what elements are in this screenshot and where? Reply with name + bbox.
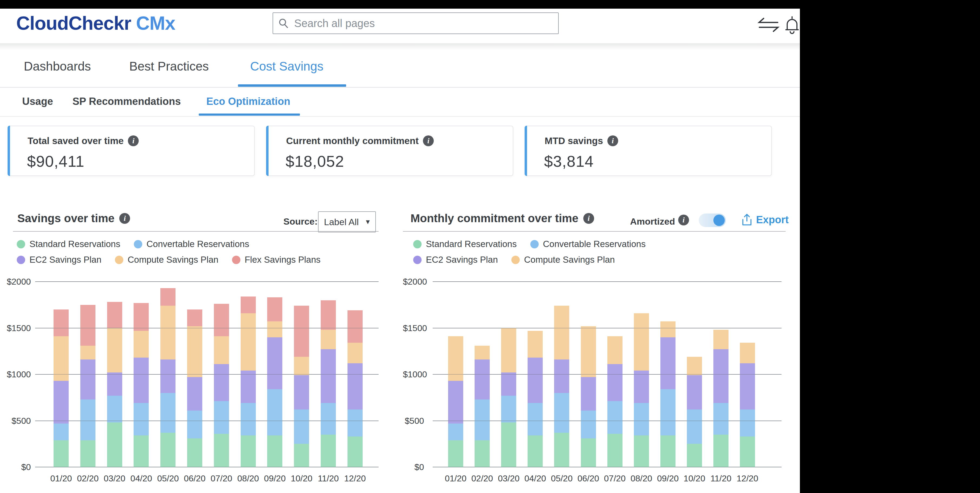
x-axis-tick-label: 09/20 — [653, 474, 683, 483]
bar-segment — [474, 440, 490, 467]
bar-segment — [501, 328, 516, 373]
x-axis-tick-label: 10/20 — [286, 474, 317, 483]
gridline-overlay — [433, 328, 781, 328]
bar-segment — [294, 375, 309, 409]
source-dropdown[interactable]: Label All ▼ — [318, 211, 376, 233]
info-icon[interactable]: i — [607, 135, 618, 146]
y-axis-tick-label: $1500 — [403, 323, 424, 333]
stat-value: $90,411 — [27, 152, 84, 170]
x-axis-tick-label: 02/20 — [467, 474, 497, 483]
bar-segment — [187, 326, 202, 377]
search-input[interactable] — [294, 17, 553, 30]
legend-item[interactable]: EC2 Savings Plan — [413, 255, 498, 265]
bar-segment — [134, 331, 149, 358]
app-window: CloudCheckr CMx — [0, 9, 800, 493]
info-icon[interactable]: i — [678, 215, 689, 225]
legend-item[interactable]: Convertable Reservations — [134, 239, 249, 249]
global-search[interactable] — [273, 13, 559, 34]
chart1-header-divider — [13, 231, 379, 231]
legend-label: Standard Reservations — [29, 239, 120, 249]
bar-segment — [347, 409, 363, 436]
source-dropdown-value: Label All — [324, 217, 359, 227]
x-axis-tick-label: 08/20 — [233, 474, 263, 483]
bar-segment — [267, 297, 282, 321]
amortized-toggle[interactable] — [699, 214, 726, 227]
subtab-usage[interactable]: Usage — [22, 96, 53, 107]
legend-item[interactable]: Convertable Reservations — [530, 239, 646, 249]
amortized-label: Amortized — [630, 216, 675, 227]
logo-primary: CloudCheckr — [16, 13, 131, 34]
bar-segment — [448, 440, 463, 467]
x-axis-tick-label: 06/20 — [574, 474, 603, 483]
tabbar-divider — [0, 87, 800, 87]
x-axis-tick-label: 03/20 — [100, 474, 129, 483]
notifications-bell-icon[interactable] — [784, 14, 800, 35]
tab-dashboards[interactable]: Dashboards — [24, 59, 91, 73]
export-button[interactable]: Export — [741, 214, 789, 226]
bar-segment — [581, 326, 596, 377]
source-label: Source: — [283, 216, 318, 227]
bar-segment — [321, 403, 336, 434]
bar-segment — [214, 434, 229, 467]
bar-segment — [554, 433, 569, 467]
chart2-title-text: Monthly commitment over time — [410, 212, 578, 225]
bar-segment — [107, 328, 122, 373]
bar-segment — [161, 360, 175, 393]
info-icon[interactable]: i — [128, 135, 139, 146]
legend-label: Convertable Reservations — [543, 239, 646, 249]
bar-segment — [501, 422, 516, 467]
bar-segment — [740, 409, 755, 436]
subtab-sp-recommendations[interactable]: SP Recommendations — [72, 96, 181, 107]
bar-segment — [107, 373, 122, 396]
tab-cost-savings[interactable]: Cost Savings — [250, 59, 323, 73]
gridline-overlay — [433, 374, 781, 375]
legend-item[interactable]: Standard Reservations — [17, 239, 120, 249]
legend-dot-icon — [413, 240, 422, 248]
gridline-overlay — [35, 328, 379, 328]
x-axis-tick-label: 05/20 — [547, 474, 576, 483]
transfer-icon[interactable] — [757, 17, 780, 33]
gridline-overlay — [433, 467, 781, 467]
stat-card-monthly-commitment: Current monthly commitmenti $18,052 — [266, 126, 513, 176]
bar-segment — [347, 436, 363, 467]
bar-segment — [321, 349, 336, 403]
screen: CloudCheckr CMx — [0, 0, 980, 493]
toggle-knob — [713, 215, 725, 226]
chart1-plot: $0$500$1000$1500$200001/2002/2003/2004/2… — [41, 282, 376, 467]
legend-dot-icon — [530, 240, 539, 248]
legend-item[interactable]: Compute Savings Plan — [115, 255, 218, 265]
bar-segment — [80, 360, 95, 399]
bar-segment — [241, 403, 256, 436]
bar-segment — [740, 343, 755, 363]
tab-best-practices[interactable]: Best Practices — [129, 59, 209, 73]
gridline-overlay — [35, 374, 379, 375]
legend-item[interactable]: Compute Savings Plan — [511, 255, 615, 265]
info-icon[interactable]: i — [583, 213, 594, 224]
legend-dot-icon — [17, 256, 25, 264]
active-subtab-underline — [199, 114, 300, 116]
x-axis-tick-label: 03/20 — [494, 474, 523, 483]
y-axis-tick-label: $1000 — [403, 369, 424, 379]
stat-value: $3,814 — [544, 152, 593, 170]
bar-segment — [528, 331, 543, 358]
bar-segment — [80, 399, 95, 440]
bar-segment — [347, 310, 363, 343]
chevron-down-icon: ▼ — [364, 218, 371, 226]
bar-segment — [713, 330, 729, 349]
gridline-overlay — [433, 420, 781, 421]
bar-segment — [501, 373, 516, 396]
bar-segment — [107, 302, 122, 328]
info-icon[interactable]: i — [119, 213, 130, 224]
stat-value: $18,052 — [286, 152, 344, 170]
bar-segment — [134, 358, 149, 403]
app-logo: CloudCheckr CMx — [16, 13, 175, 34]
legend-item[interactable]: Standard Reservations — [413, 239, 517, 249]
bar-segment — [347, 343, 363, 363]
legend-item[interactable]: EC2 Savings Plan — [17, 255, 102, 265]
card-accent-bar — [525, 126, 527, 176]
y-axis-tick-label: $1500 — [5, 323, 31, 333]
bar-segment — [134, 303, 149, 331]
info-icon[interactable]: i — [423, 135, 434, 146]
legend-item[interactable]: Flex Savings Plans — [232, 255, 321, 265]
subtab-eco-optimization[interactable]: Eco Optimization — [206, 96, 290, 107]
